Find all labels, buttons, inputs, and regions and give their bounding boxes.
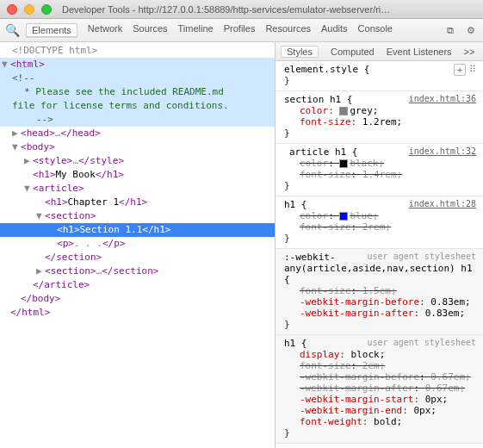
styles-panel: Styles Computed Event Listeners >> +⠿ el… xyxy=(276,42,483,448)
rule-ua-any-h1[interactable]: user agent stylesheet :-webkit-any(artic… xyxy=(276,249,483,335)
color-swatch-blue[interactable] xyxy=(339,212,348,221)
body-close-node[interactable]: </body> xyxy=(0,292,275,306)
window-titlebar: Developer Tools - http://127.0.0.1:58889… xyxy=(0,0,483,19)
window-close-button[interactable] xyxy=(7,4,17,15)
tab-network[interactable]: Network xyxy=(88,23,122,37)
prop-margin-before-overridden[interactable]: -webkit-margin-before: 0.67em; xyxy=(284,371,476,383)
ua-label: user agent stylesheet xyxy=(368,338,476,347)
html-open-node[interactable]: ▼<html> xyxy=(0,58,275,72)
prop-font-size-overridden[interactable]: font-size: 2rem; xyxy=(284,221,476,233)
prop-font-weight[interactable]: font-weight: bold; xyxy=(284,416,476,427)
window-minimize-button[interactable] xyxy=(24,4,34,15)
prop-font-size-overridden[interactable]: font-size: 2em; xyxy=(284,360,476,371)
inspect-icon[interactable]: 🔍 xyxy=(5,23,19,37)
h1-chapter-node[interactable]: <h1>Chapter 1</h1> xyxy=(0,196,275,209)
source-link[interactable]: index.html:36 xyxy=(409,94,476,103)
sidebar-tabs: Styles Computed Event Listeners >> xyxy=(276,42,483,61)
tab-audits[interactable]: Audits xyxy=(321,23,348,37)
h1-book-node[interactable]: <h1>My Book</h1> xyxy=(0,168,275,182)
tab-computed[interactable]: Computed xyxy=(331,47,375,57)
prop-font-size-overridden[interactable]: font-size: 1.5em; xyxy=(284,285,476,296)
tab-timeline[interactable]: Timeline xyxy=(178,23,214,37)
comment-close: --> xyxy=(0,113,275,127)
rule-ua-h1[interactable]: user agent stylesheet h1 { display: bloc… xyxy=(276,335,483,444)
p-node[interactable]: <p>. . .</p> xyxy=(0,237,275,251)
brace-close: } xyxy=(284,233,476,244)
prop-margin-before[interactable]: -webkit-margin-before: 0.83em; xyxy=(284,296,476,308)
brace-close: } xyxy=(284,427,476,439)
prop-margin-end[interactable]: -webkit-margin-end: 0px; xyxy=(284,405,476,416)
settings-gear-icon[interactable]: ⚙ xyxy=(464,23,478,37)
tab-styles[interactable]: Styles xyxy=(281,46,319,58)
drawer-toggle-icon[interactable]: ⧉ xyxy=(443,23,457,37)
rule-element-style[interactable]: +⠿ element.style { } xyxy=(276,61,483,91)
prop-color-overridden[interactable]: color: black; xyxy=(284,158,476,169)
panel-tabs: Elements Network Sources Timeline Profil… xyxy=(26,23,393,37)
section-close-node[interactable]: </section> xyxy=(0,251,275,264)
devtools-toolbar: 🔍 Elements Network Sources Timeline Prof… xyxy=(0,19,483,42)
prop-margin-after[interactable]: -webkit-margin-after: 0.83em; xyxy=(284,308,476,319)
source-link[interactable]: index.html:32 xyxy=(409,146,476,156)
new-rule-icon[interactable]: + xyxy=(454,64,466,76)
comment-line1: * Please see the included README.md xyxy=(0,85,275,99)
article-close-node[interactable]: </article> xyxy=(0,278,275,292)
elements-panel[interactable]: <!DOCTYPE html> ▼<html> <!-- * Please se… xyxy=(0,42,276,448)
prop-font-size-overridden[interactable]: font-size: 1.4rem; xyxy=(284,169,476,180)
tabs-overflow[interactable]: >> xyxy=(464,47,475,57)
tab-elements[interactable]: Elements xyxy=(26,23,77,37)
prop-display[interactable]: display: block; xyxy=(284,349,476,360)
brace-close: } xyxy=(284,180,476,191)
rule-h1[interactable]: index.html:28 h1 { color: blue; font-siz… xyxy=(276,196,483,249)
prop-margin-after-overridden[interactable]: -webkit-margin-after: 0.67em; xyxy=(284,383,476,394)
tab-console[interactable]: Console xyxy=(358,23,393,37)
brace-close: } xyxy=(284,319,476,330)
prop-color-overridden[interactable]: color: blue; xyxy=(284,210,476,221)
tab-profiles[interactable]: Profiles xyxy=(224,23,256,37)
doctype-node[interactable]: <!DOCTYPE html> xyxy=(0,44,275,58)
rule-article-h1[interactable]: index.html:32 article h1 { color: black;… xyxy=(276,144,483,196)
ua-label: user agent stylesheet xyxy=(368,252,476,261)
h1-section-node-selected[interactable]: <h1>Section 1.1</h1> xyxy=(0,223,275,237)
color-swatch-grey[interactable] xyxy=(339,107,348,115)
html-close-node[interactable]: </html> xyxy=(0,306,275,320)
toggle-states-icon[interactable]: ⠿ xyxy=(469,64,476,76)
body-open-node[interactable]: ▼<body> xyxy=(0,140,275,154)
rule-section-h1[interactable]: index.html:36 section h1 { color: grey; … xyxy=(276,91,483,144)
section-open-node[interactable]: ▼<section> xyxy=(0,209,275,223)
tab-sources[interactable]: Sources xyxy=(133,23,167,37)
prop-margin-start[interactable]: -webkit-margin-start: 0px; xyxy=(284,394,476,405)
source-link[interactable]: index.html:28 xyxy=(409,199,476,208)
prop-font-size[interactable]: font-size: 1.2rem; xyxy=(284,116,476,128)
tab-resources[interactable]: Resources xyxy=(265,23,311,37)
window-title: Developer Tools - http://127.0.0.1:58889… xyxy=(62,4,390,15)
comment-line2: file for license terms and conditions. xyxy=(0,99,275,113)
prop-color[interactable]: color: grey; xyxy=(284,105,476,116)
style-node[interactable]: ▶<style>…</style> xyxy=(0,154,275,168)
section2-node[interactable]: ▶<section>…</section> xyxy=(0,264,275,278)
brace-close: } xyxy=(284,75,476,86)
article-open-node[interactable]: ▼<article> xyxy=(0,182,275,196)
color-swatch-black[interactable] xyxy=(339,159,348,168)
brace-close: } xyxy=(284,128,476,139)
tab-event-listeners[interactable]: Event Listeners xyxy=(387,47,452,57)
window-zoom-button[interactable] xyxy=(41,4,52,15)
comment-open[interactable]: <!-- xyxy=(0,72,275,85)
selector[interactable]: element.style { xyxy=(284,64,476,75)
head-node[interactable]: ▶<head>…</head> xyxy=(0,127,275,140)
